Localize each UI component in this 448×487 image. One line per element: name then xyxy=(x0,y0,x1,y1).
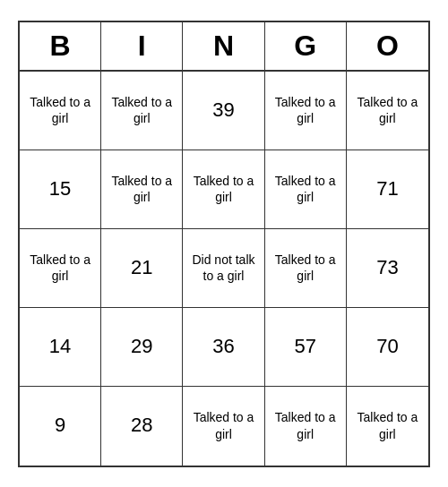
bingo-header-letter-b: B xyxy=(20,22,101,70)
bingo-cell-r2-c1: 21 xyxy=(101,229,183,308)
bingo-cell-r1-c1: Talked to a girl xyxy=(101,150,183,229)
bingo-cell-r3-c0: 14 xyxy=(20,308,101,387)
bingo-cell-r1-c2: Talked to a girl xyxy=(183,150,264,229)
bingo-cell-r0-c4: Talked to a girl xyxy=(347,72,428,150)
bingo-cell-r4-c1: 28 xyxy=(101,387,183,466)
bingo-cell-r2-c2: Did not talk to a girl xyxy=(183,229,264,308)
bingo-cell-r3-c1: 29 xyxy=(101,308,183,387)
bingo-cell-r1-c3: Talked to a girl xyxy=(265,150,347,229)
bingo-grid: Talked to a girlTalked to a girl39Talked… xyxy=(20,72,428,466)
bingo-cell-r3-c3: 57 xyxy=(265,308,347,387)
bingo-cell-r2-c0: Talked to a girl xyxy=(20,229,101,308)
bingo-header-letter-i: I xyxy=(101,22,183,70)
bingo-cell-r4-c4: Talked to a girl xyxy=(347,387,428,466)
bingo-cell-r3-c4: 70 xyxy=(347,308,428,387)
bingo-cell-r0-c2: 39 xyxy=(183,72,264,150)
bingo-header-letter-n: N xyxy=(183,22,264,70)
bingo-cell-r3-c2: 36 xyxy=(183,308,264,387)
bingo-header-letter-g: G xyxy=(265,22,347,70)
bingo-cell-r4-c2: Talked to a girl xyxy=(183,387,264,466)
bingo-cell-r1-c0: 15 xyxy=(20,150,101,229)
bingo-cell-r4-c0: 9 xyxy=(20,387,101,466)
bingo-cell-r1-c4: 71 xyxy=(347,150,428,229)
bingo-cell-r0-c1: Talked to a girl xyxy=(101,72,183,150)
bingo-cell-r0-c3: Talked to a girl xyxy=(265,72,347,150)
bingo-cell-r2-c4: 73 xyxy=(347,229,428,308)
bingo-cell-r4-c3: Talked to a girl xyxy=(265,387,347,466)
bingo-cell-r0-c0: Talked to a girl xyxy=(20,72,101,150)
bingo-cell-r2-c3: Talked to a girl xyxy=(265,229,347,308)
bingo-card: BINGO Talked to a girlTalked to a girl39… xyxy=(18,21,430,467)
bingo-header-letter-o: O xyxy=(347,22,428,70)
bingo-header: BINGO xyxy=(20,22,428,72)
